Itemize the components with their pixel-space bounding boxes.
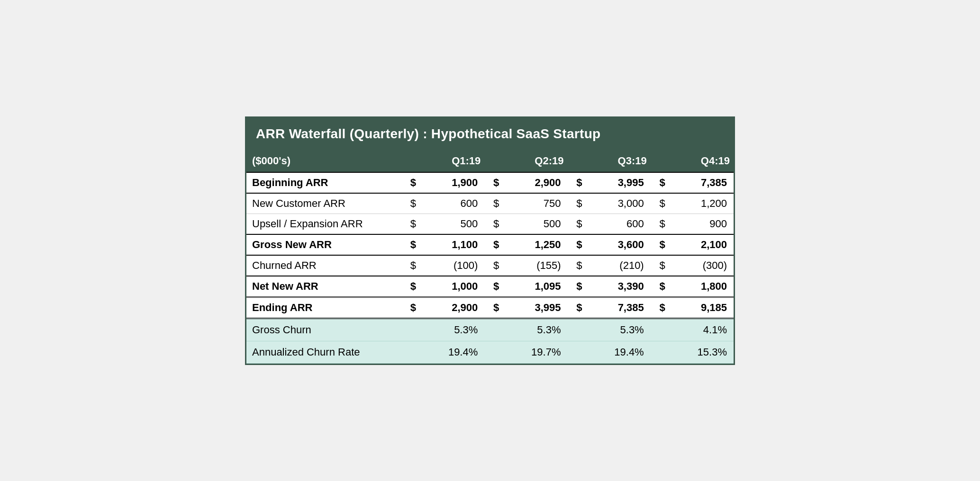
q1-value-upsell-arr: 500 <box>418 214 484 234</box>
metric-q4-gross-churn: 4.1% <box>667 318 734 341</box>
q4-value-churned-arr: (300) <box>667 255 734 276</box>
main-table-body: Beginning ARR $ 1,900 $ 2,900 $ 3,995 $ … <box>246 172 734 319</box>
q4-dollar-new-customer-arr: $ <box>651 193 667 214</box>
row-beginning-arr: Beginning ARR $ 1,900 $ 2,900 $ 3,995 $ … <box>246 172 734 193</box>
q1-value-ending-arr: 2,900 <box>418 297 484 318</box>
q1-value-churned-arr: (100) <box>418 255 484 276</box>
q2-value-upsell-arr: 500 <box>501 214 567 234</box>
q3-dollar-header <box>567 150 584 172</box>
q3-dollar-upsell-arr: $ <box>567 214 584 234</box>
q1-dollar-gross-new-arr: $ <box>401 234 418 255</box>
metric-q2-dollar-annualized-churn <box>484 341 501 363</box>
q3-value-beginning-arr: 3,995 <box>584 172 651 193</box>
q2-value-gross-new-arr: 1,250 <box>501 234 567 255</box>
q1-dollar-ending-arr: $ <box>401 297 418 318</box>
q3-dollar-new-customer-arr: $ <box>567 193 584 214</box>
row-ending-arr: Ending ARR $ 2,900 $ 3,995 $ 7,385 $ 9,1… <box>246 297 734 318</box>
metric-q2-dollar-gross-churn <box>484 318 501 341</box>
q1-dollar-beginning-arr: $ <box>401 172 418 193</box>
q4-dollar-beginning-arr: $ <box>651 172 667 193</box>
q3-value-new-customer-arr: 3,000 <box>584 193 651 214</box>
table-title: ARR Waterfall (Quarterly) : Hypothetical… <box>246 118 734 150</box>
q2-value-churned-arr: (155) <box>501 255 567 276</box>
q4-value-net-new-arr: 1,800 <box>667 276 734 297</box>
label-beginning-arr: Beginning ARR <box>246 172 401 193</box>
row-net-new-arr: Net New ARR $ 1,000 $ 1,095 $ 3,390 $ 1,… <box>246 276 734 297</box>
q1-header: Q1:19 <box>418 150 484 172</box>
metric-q3-annualized-churn: 19.4% <box>584 341 651 363</box>
q3-dollar-churned-arr: $ <box>567 255 584 276</box>
q3-dollar-ending-arr: $ <box>567 297 584 318</box>
q1-dollar-net-new-arr: $ <box>401 276 418 297</box>
q4-dollar-churned-arr: $ <box>651 255 667 276</box>
q4-value-new-customer-arr: 1,200 <box>667 193 734 214</box>
row-churned-arr: Churned ARR $ (100) $ (155) $ (210) $ (3… <box>246 255 734 276</box>
label-ending-arr: Ending ARR <box>246 297 401 318</box>
row-new-customer-arr: New Customer ARR $ 600 $ 750 $ 3,000 $ 1… <box>246 193 734 214</box>
q4-value-ending-arr: 9,185 <box>667 297 734 318</box>
q1-dollar-header <box>401 150 418 172</box>
q3-dollar-beginning-arr: $ <box>567 172 584 193</box>
q1-dollar-new-customer-arr: $ <box>401 193 418 214</box>
q4-dollar-ending-arr: $ <box>651 297 667 318</box>
q1-value-gross-new-arr: 1,100 <box>418 234 484 255</box>
metric-label-annualized-churn: Annualized Churn Rate <box>246 341 418 363</box>
q2-dollar-new-customer-arr: $ <box>484 193 501 214</box>
q2-dollar-churned-arr: $ <box>484 255 501 276</box>
q2-dollar-gross-new-arr: $ <box>484 234 501 255</box>
q3-value-upsell-arr: 600 <box>584 214 651 234</box>
q2-dollar-header <box>484 150 501 172</box>
q4-value-beginning-arr: 7,385 <box>667 172 734 193</box>
metric-q3-gross-churn: 5.3% <box>584 318 651 341</box>
column-headers: ($000's) Q1:19 Q2:19 Q3:19 Q4:19 <box>246 150 734 172</box>
q4-dollar-gross-new-arr: $ <box>651 234 667 255</box>
q4-value-upsell-arr: 900 <box>667 214 734 234</box>
q2-header: Q2:19 <box>501 150 567 172</box>
label-header: ($000's) <box>246 150 401 172</box>
q1-dollar-churned-arr: $ <box>401 255 418 276</box>
metric-q2-annualized-churn: 19.7% <box>501 341 567 363</box>
label-gross-new-arr: Gross New ARR <box>246 234 401 255</box>
q1-dollar-upsell-arr: $ <box>401 214 418 234</box>
q4-dollar-upsell-arr: $ <box>651 214 667 234</box>
metric-q4-annualized-churn: 15.3% <box>667 341 734 363</box>
label-upsell-arr: Upsell / Expansion ARR <box>246 214 401 234</box>
q1-value-new-customer-arr: 600 <box>418 193 484 214</box>
row-gross-new-arr: Gross New ARR $ 1,100 $ 1,250 $ 3,600 $ … <box>246 234 734 255</box>
metric-label-gross-churn: Gross Churn <box>246 318 418 341</box>
q2-dollar-ending-arr: $ <box>484 297 501 318</box>
q2-value-net-new-arr: 1,095 <box>501 276 567 297</box>
metric-row-annualized-churn: Annualized Churn Rate 19.4% 19.7% 19.4% … <box>246 341 734 363</box>
metric-q3-dollar-gross-churn <box>567 318 584 341</box>
q3-dollar-net-new-arr: $ <box>567 276 584 297</box>
q4-dollar-net-new-arr: $ <box>651 276 667 297</box>
q3-dollar-gross-new-arr: $ <box>567 234 584 255</box>
metric-q1-annualized-churn: 19.4% <box>418 341 484 363</box>
q2-dollar-beginning-arr: $ <box>484 172 501 193</box>
metrics-table-body: Gross Churn 5.3% 5.3% 5.3% 4.1% Annualiz… <box>246 318 734 363</box>
q3-value-ending-arr: 7,385 <box>584 297 651 318</box>
q4-header: Q4:19 <box>667 150 734 172</box>
metric-row-gross-churn: Gross Churn 5.3% 5.3% 5.3% 4.1% <box>246 318 734 341</box>
metric-q4-dollar-annualized-churn <box>651 341 667 363</box>
metric-q2-gross-churn: 5.3% <box>501 318 567 341</box>
q4-dollar-header <box>651 150 667 172</box>
q3-header: Q3:19 <box>584 150 651 172</box>
q2-value-beginning-arr: 2,900 <box>501 172 567 193</box>
q2-dollar-upsell-arr: $ <box>484 214 501 234</box>
q4-value-gross-new-arr: 2,100 <box>667 234 734 255</box>
arr-waterfall-table: ARR Waterfall (Quarterly) : Hypothetical… <box>245 116 735 365</box>
q2-value-new-customer-arr: 750 <box>501 193 567 214</box>
row-upsell-arr: Upsell / Expansion ARR $ 500 $ 500 $ 600… <box>246 214 734 234</box>
q3-value-net-new-arr: 3,390 <box>584 276 651 297</box>
label-churned-arr: Churned ARR <box>246 255 401 276</box>
q3-value-churned-arr: (210) <box>584 255 651 276</box>
q2-value-ending-arr: 3,995 <box>501 297 567 318</box>
label-net-new-arr: Net New ARR <box>246 276 401 297</box>
q1-value-beginning-arr: 1,900 <box>418 172 484 193</box>
metric-q4-dollar-gross-churn <box>651 318 667 341</box>
metric-q3-dollar-annualized-churn <box>567 341 584 363</box>
q2-dollar-net-new-arr: $ <box>484 276 501 297</box>
label-new-customer-arr: New Customer ARR <box>246 193 401 214</box>
q3-value-gross-new-arr: 3,600 <box>584 234 651 255</box>
